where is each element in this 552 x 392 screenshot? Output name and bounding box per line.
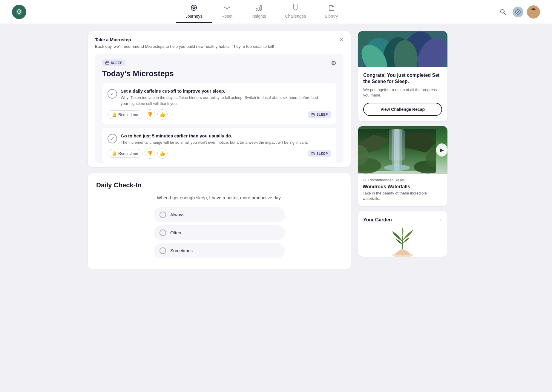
banner-close-button[interactable]: ✕ [339, 37, 344, 42]
banner-header: Take a Microstep ✕ [95, 37, 344, 42]
checkin-question: When I get enough sleep, I have a better… [96, 195, 342, 200]
tab-reset-label: Reset [222, 14, 233, 19]
nav-bar: Journeys Reset Insights [0, 0, 552, 24]
waterfall-body: ☺ Recommended Reset Wondrous Waterfalls … [358, 174, 447, 206]
radio-circle-often [160, 229, 166, 236]
garden-arrow[interactable]: → [436, 216, 442, 223]
congrats-image [358, 31, 447, 67]
svg-rect-4 [260, 5, 261, 10]
reset-icon [223, 4, 231, 13]
search-button[interactable] [497, 6, 509, 18]
right-column: Congrats! You just completed Set the Sce… [358, 31, 447, 270]
svg-rect-2 [256, 8, 257, 10]
banner-subtitle: Each day, we'll recommend Microsteps to … [95, 44, 344, 49]
recap-button[interactable]: View Challenge Recap [363, 103, 442, 116]
congrats-heading: Congrats! You just completed Set the Sce… [363, 72, 442, 85]
svg-rect-3 [258, 7, 259, 10]
microstep-card: SLEEP ⚙ Today's Microsteps ✓ Set a daily… [95, 53, 344, 163]
tab-insights-label: Insights [252, 14, 266, 19]
step-item-bedtime: ✓ Go to bed just 5 minutes earlier than … [102, 128, 336, 163]
microstep-sleep-badge: SLEEP [102, 59, 125, 66]
radio-circle-always [160, 212, 166, 218]
step-name-bedtime: Go to bed just 5 minutes earlier than yo… [121, 133, 308, 138]
tab-challenges-label: Challenges [285, 14, 306, 19]
play-button[interactable]: ▶ [436, 143, 447, 157]
step-top-caffeine: ✓ Set a daily caffeine cut-off to improv… [108, 88, 331, 106]
nav-right [497, 5, 540, 19]
congrats-card: Congrats! You just completed Set the Sce… [358, 31, 447, 121]
left-column: Take a Microstep ✕ Each day, we'll recom… [88, 31, 351, 270]
waterfall-image: ▶ [358, 126, 447, 174]
waterfall-title: Wondrous Waterfalls [363, 184, 443, 189]
step-badge-bedtime: SLEEP [308, 150, 331, 157]
radio-often[interactable]: Often [154, 225, 285, 240]
step-name-caffeine: Set a daily caffeine cut-off to improve … [121, 88, 331, 94]
radio-label-sometimes: Sometimes [170, 248, 193, 253]
remind-button-bedtime[interactable]: 🔔 Remind me [108, 149, 142, 158]
step-check-caffeine[interactable]: ✓ [108, 89, 117, 99]
step-top-bedtime: ✓ Go to bed just 5 minutes earlier than … [108, 133, 331, 146]
microstep-banner: Take a Microstep ✕ Each day, we'll recom… [88, 31, 351, 167]
bell-icon-bedtime: 🔔 [112, 151, 117, 156]
recommended-label: ☺ Recommended Reset [363, 178, 443, 182]
banner-title: Take a Microstep [95, 37, 131, 42]
microstep-header-row: SLEEP ⚙ [102, 59, 336, 69]
app-logo[interactable] [12, 5, 26, 19]
step-why-bedtime: The incremental change will be so small … [121, 140, 308, 146]
tab-journeys[interactable]: Journeys [176, 1, 212, 23]
svg-point-1 [193, 7, 195, 9]
congrats-subtext: We put together a recap of all the progr… [363, 87, 442, 98]
garden-header: Your Garden → [363, 216, 442, 223]
microstep-title: Today's Microsteps [102, 69, 336, 78]
svg-point-32 [384, 165, 410, 171]
user-avatar[interactable] [527, 5, 540, 19]
garden-card: Your Garden → [358, 211, 447, 257]
congrats-body: Congrats! You just completed Set the Sce… [358, 67, 447, 121]
smiley-icon: ☺ [363, 178, 367, 182]
remind-button-caffeine[interactable]: 🔔 Remind me [108, 110, 142, 119]
tab-reset[interactable]: Reset [212, 1, 242, 23]
dislike-button-bedtime[interactable]: 👎 [145, 148, 155, 159]
step-actions-caffeine: 🔔 Remind me 👎 👍 S [108, 109, 331, 120]
waterfall-desc: Take in the beauty of these incredible w… [363, 191, 443, 201]
radio-label-always: Always [170, 212, 185, 217]
journeys-icon [190, 4, 197, 13]
tab-journeys-label: Journeys [185, 14, 203, 19]
nav-tabs: Journeys Reset Insights [26, 1, 497, 23]
step-why-caffeine: Why: Taken too late in the day, caffeine… [121, 95, 331, 106]
dislike-button-caffeine[interactable]: 👎 [145, 109, 155, 120]
bell-icon-caffeine: 🔔 [112, 112, 117, 117]
step-text-caffeine: Set a daily caffeine cut-off to improve … [121, 88, 331, 106]
step-badge-caffeine: SLEEP [308, 111, 331, 118]
tab-insights[interactable]: Insights [242, 1, 275, 23]
checkin-title: Daily Check-In [96, 181, 342, 189]
like-button-bedtime[interactable]: 👍 [157, 148, 168, 159]
radio-label-often: Often [170, 230, 181, 235]
main-layout: Take a Microstep ✕ Each day, we'll recom… [82, 24, 470, 277]
waterfall-card: ▶ ☺ Recommended Reset Wondrous Waterfall… [358, 126, 447, 206]
insights-icon [255, 4, 262, 13]
garden-plant-illustration [363, 227, 442, 257]
step-item-caffeine: ✓ Set a daily caffeine cut-off to improv… [102, 83, 336, 124]
checkin-card: Daily Check-In When I get enough sleep, … [88, 173, 351, 270]
tab-library[interactable]: Library [315, 1, 347, 23]
like-button-caffeine[interactable]: 👍 [157, 109, 168, 120]
microstep-settings-button[interactable]: ⚙ [331, 59, 336, 67]
tab-library-label: Library [325, 14, 338, 19]
step-actions-bedtime: 🔔 Remind me 👎 👍 S [108, 148, 331, 159]
radio-circle-sometimes [160, 247, 166, 254]
radio-always[interactable]: Always [154, 207, 285, 222]
garden-title: Your Garden [363, 217, 392, 223]
challenges-icon [292, 4, 299, 13]
notifications-button[interactable] [513, 7, 523, 17]
tab-challenges[interactable]: Challenges [275, 1, 315, 23]
step-text-bedtime: Go to bed just 5 minutes earlier than yo… [121, 133, 308, 146]
step-check-bedtime[interactable]: ✓ [108, 134, 117, 143]
radio-sometimes[interactable]: Sometimes [154, 243, 285, 258]
library-icon [328, 4, 335, 13]
